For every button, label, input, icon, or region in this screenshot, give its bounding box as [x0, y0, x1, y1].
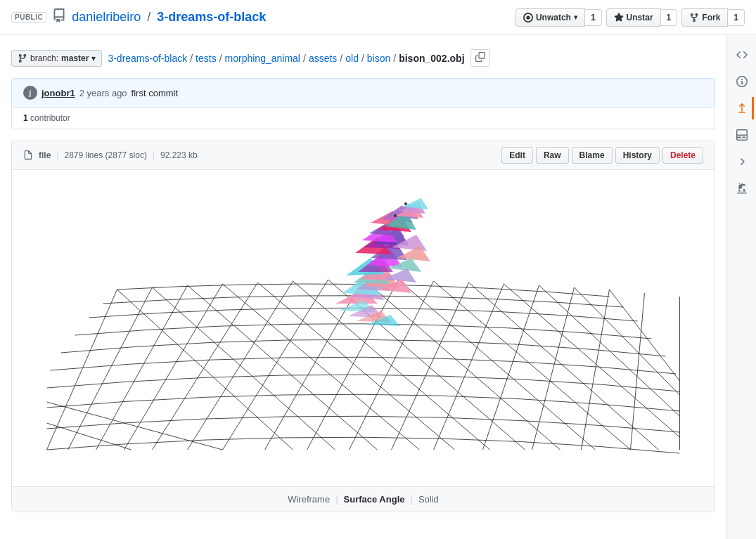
public-badge: PUBLIC	[11, 12, 46, 22]
svg-line-2	[96, 285, 188, 450]
svg-line-4	[153, 283, 258, 450]
right-sidebar	[726, 35, 756, 539]
path-separator: /	[147, 10, 154, 24]
svg-line-3	[124, 284, 223, 450]
sidebar-code-icon[interactable]	[731, 44, 753, 66]
branch-label: branch:	[30, 53, 58, 63]
breadcrumb-morphing-animal[interactable]: morphing_animal	[225, 53, 300, 64]
commit-message: first commit	[132, 88, 178, 98]
repo-icon	[52, 8, 66, 26]
repo-owner-link[interactable]: danielribeiro	[72, 10, 141, 24]
svg-point-67	[404, 202, 407, 205]
branch-name: master	[61, 53, 89, 63]
star-btn-group: Unstar 1	[606, 8, 678, 27]
svg-line-15	[631, 293, 645, 450]
watch-btn-group: Unwatch ▾ 1	[515, 8, 602, 27]
commit-time: 2 years ago	[79, 88, 127, 98]
copy-path-button[interactable]	[470, 49, 490, 67]
top-navigation: PUBLIC danielribeiro / 3-dreams-of-black…	[0, 0, 756, 35]
svg-point-68	[394, 214, 397, 217]
slash-1: /	[190, 53, 193, 64]
nav-right: Unwatch ▾ 1 Unstar 1 Fork 1	[515, 8, 745, 27]
svg-line-28	[504, 284, 680, 437]
repo-name-link[interactable]: 3-dreams-of-black	[157, 10, 266, 24]
commit-author-avatar: j	[23, 86, 37, 100]
raw-button[interactable]: Raw	[536, 147, 569, 164]
slash-6: /	[393, 53, 396, 64]
svg-line-29	[539, 285, 680, 416]
file-actions: Edit Raw Blame History Delete	[501, 147, 703, 164]
delete-button[interactable]: Delete	[662, 147, 703, 164]
breadcrumb-repo[interactable]: 3-dreams-of-black	[108, 53, 187, 64]
file-size: 92.223 kb	[160, 150, 198, 160]
solid-link[interactable]: Solid	[418, 494, 439, 505]
fork-btn-group: Fork 1	[681, 8, 745, 27]
pipe-1: |	[335, 494, 338, 505]
sidebar-tools-icon[interactable]	[731, 177, 753, 200]
svg-line-27	[469, 283, 659, 450]
svg-line-1	[68, 287, 153, 450]
svg-line-31	[610, 290, 680, 381]
divider-2: |	[153, 150, 155, 160]
watch-chevron: ▾	[574, 13, 577, 21]
commit-bar: j jonobr1 2 years ago first commit	[11, 78, 715, 108]
file-lines: 2879 lines (2877 sloc)	[64, 150, 146, 160]
contributor-bar: 1 contributor	[11, 108, 715, 129]
commit-author-link[interactable]: jonobr1	[41, 88, 75, 98]
viewer-canvas[interactable]	[12, 170, 715, 486]
breadcrumb-assets[interactable]: assets	[309, 53, 337, 64]
file-type: file	[39, 150, 51, 160]
breadcrumb-filename: bison_002.obj	[399, 53, 464, 64]
svg-line-32	[47, 402, 223, 450]
svg-line-33	[47, 423, 132, 450]
file-info: file | 2879 lines (2877 sloc) | 92.223 k…	[23, 150, 198, 160]
slash-2: /	[219, 53, 222, 64]
fork-button[interactable]: Fork	[681, 8, 728, 27]
edit-button[interactable]: Edit	[501, 147, 533, 164]
breadcrumb: 3-dreams-of-black / tests / morphing_ani…	[108, 53, 464, 64]
star-count[interactable]: 1	[661, 9, 678, 26]
contributor-label: contributor	[30, 113, 70, 123]
watch-button[interactable]: Unwatch ▾	[515, 8, 585, 27]
page-layout: branch: master ▾ 3-dreams-of-black / tes…	[0, 35, 756, 539]
star-button[interactable]: Unstar	[606, 8, 661, 27]
slash-5: /	[361, 53, 364, 64]
3d-model	[279, 191, 455, 346]
slash-3: /	[303, 53, 306, 64]
history-button[interactable]: History	[615, 147, 660, 164]
breadcrumb-old[interactable]: old	[345, 53, 359, 64]
nav-left: PUBLIC danielribeiro / 3-dreams-of-black	[11, 8, 266, 26]
star-label: Unstar	[627, 13, 653, 22]
file-container: file | 2879 lines (2877 sloc) | 92.223 k…	[11, 141, 715, 512]
3d-viewer: Wireframe | Surface Angle | Solid	[12, 170, 715, 512]
sidebar-info-icon[interactable]	[731, 70, 753, 93]
breadcrumb-bar: branch: master ▾ 3-dreams-of-black / tes…	[11, 49, 715, 67]
slash-4: /	[340, 53, 342, 64]
svg-line-12	[483, 285, 539, 450]
contributor-count: 1	[23, 113, 28, 123]
viewer-toolbar: Wireframe | Surface Angle | Solid	[12, 486, 715, 512]
branch-chevron: ▾	[91, 53, 96, 63]
fork-count[interactable]: 1	[728, 9, 745, 26]
svg-line-30	[575, 287, 680, 395]
fork-label: Fork	[702, 13, 720, 22]
watch-label: Unwatch	[536, 13, 571, 22]
file-header: file | 2879 lines (2877 sloc) | 92.223 k…	[12, 141, 715, 170]
blame-button[interactable]: Blame	[572, 147, 613, 164]
sidebar-upload-icon[interactable]	[731, 97, 753, 119]
breadcrumb-bison[interactable]: bison	[367, 53, 390, 64]
sidebar-arrow-icon[interactable]	[731, 150, 753, 173]
sidebar-table-icon[interactable]	[731, 124, 753, 146]
commit-info: j jonobr1 2 years ago first commit	[23, 86, 178, 100]
repo-path: danielribeiro / 3-dreams-of-black	[72, 10, 266, 25]
wireframe-link[interactable]: Wireframe	[288, 494, 330, 505]
main-content: branch: master ▾ 3-dreams-of-black / tes…	[0, 35, 726, 539]
file-icon	[23, 150, 33, 160]
pipe-2: |	[410, 494, 412, 505]
watch-count[interactable]: 1	[585, 9, 602, 26]
surface-angle-link[interactable]: Surface Angle	[344, 494, 405, 505]
breadcrumb-tests[interactable]: tests	[196, 53, 217, 64]
divider-1: |	[56, 150, 58, 160]
branch-selector[interactable]: branch: master ▾	[11, 50, 102, 67]
